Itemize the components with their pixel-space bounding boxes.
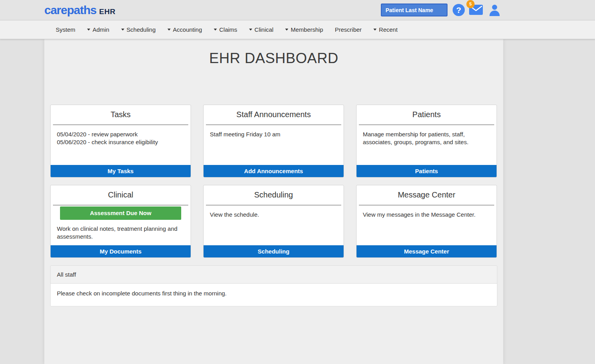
- nav-label: Accounting: [173, 26, 202, 33]
- scheduling-button[interactable]: Scheduling: [204, 245, 344, 257]
- clinical-description: Work on clinical notes, treatment planni…: [57, 225, 184, 241]
- messages-envelope-icon[interactable]: 5: [469, 4, 483, 17]
- nav-item-recent[interactable]: Recent: [368, 20, 404, 39]
- staff-announcements-card-title: Staff Announcements: [204, 105, 344, 125]
- scheduling-card-body: View the schedule.: [204, 205, 344, 245]
- unread-count-badge: 5: [466, 0, 475, 8]
- caret-down-icon: [214, 29, 217, 31]
- logo-brand-text: carepaths: [44, 4, 96, 16]
- patients-card-title: Patients: [357, 105, 497, 125]
- nav-label: Admin: [93, 26, 109, 33]
- nav-item-claims[interactable]: Claims: [208, 20, 243, 39]
- page-title: EHR DASHBOARD: [44, 50, 503, 67]
- my-tasks-button[interactable]: My Tasks: [51, 165, 191, 177]
- clinical-card: Clinical Assessment Due Now Work on clin…: [50, 185, 191, 258]
- nav-label: Prescriber: [335, 26, 362, 33]
- scheduling-card-title: Scheduling: [204, 185, 344, 205]
- nav-label: Scheduling: [127, 26, 156, 33]
- assessment-due-now-alert[interactable]: Assessment Due Now: [60, 206, 181, 220]
- help-icon[interactable]: ?: [453, 4, 465, 16]
- clinical-card-body: Assessment Due Now Work on clinical note…: [51, 205, 191, 245]
- staff-announcements-card-body: Staff meeting Friday 10 am: [204, 125, 344, 165]
- nav-label: Recent: [379, 26, 398, 33]
- nav-label: Membership: [291, 26, 323, 33]
- user-profile-icon[interactable]: [489, 4, 500, 16]
- patients-description: Manage membership for patients, staff, a…: [363, 130, 490, 146]
- caret-down-icon: [121, 29, 124, 31]
- tasks-card-body: 05/04/2020 - review paperwork 05/06/2020…: [51, 125, 191, 165]
- nav-item-membership[interactable]: Membership: [279, 20, 329, 39]
- nav-item-accounting[interactable]: Accounting: [162, 20, 208, 39]
- message-center-card-title: Message Center: [357, 185, 497, 205]
- nav-item-system[interactable]: System: [50, 20, 81, 39]
- patient-last-name-search-input[interactable]: [381, 4, 448, 16]
- carepaths-logo[interactable]: carepaths EHR: [44, 4, 115, 16]
- scheduling-card: Scheduling View the schedule. Scheduling: [203, 185, 344, 258]
- task-list-item: 05/04/2020 - review paperwork: [57, 130, 184, 138]
- patients-card: Patients Manage membership for patients,…: [356, 105, 497, 177]
- message-center-card: Message Center View my messages in the M…: [356, 185, 497, 258]
- patients-card-body: Manage membership for patients, staff, a…: [357, 125, 497, 165]
- message-center-card-body: View my messages in the Message Center.: [357, 205, 497, 245]
- logo-ehr-text: EHR: [99, 7, 116, 16]
- person-icon: [489, 4, 500, 16]
- my-documents-button[interactable]: My Documents: [51, 245, 191, 257]
- clinical-card-title: Clinical: [51, 185, 191, 205]
- add-announcements-button[interactable]: Add Announcements: [204, 165, 344, 177]
- nav-label: System: [56, 26, 75, 33]
- tasks-card: Tasks 05/04/2020 - review paperwork 05/0…: [50, 105, 191, 177]
- caret-down-icon: [249, 29, 252, 31]
- nav-label: Claims: [219, 26, 237, 33]
- caret-down-icon: [87, 29, 90, 31]
- nav-item-admin[interactable]: Admin: [81, 20, 115, 39]
- all-staff-note-panel: All staff Please check on incomplete doc…: [50, 265, 497, 306]
- caret-down-icon: [285, 29, 288, 31]
- nav-item-scheduling[interactable]: Scheduling: [115, 20, 162, 39]
- tasks-card-title: Tasks: [51, 105, 191, 125]
- task-list-item: 05/06/2020 - check insurance eligibility: [57, 138, 184, 146]
- caret-down-icon: [373, 29, 377, 31]
- nav-label: Clinical: [255, 26, 273, 33]
- message-center-description: View my messages in the Message Center.: [363, 211, 490, 219]
- staff-note-header: All staff: [51, 266, 497, 284]
- staff-announcements-card: Staff Announcements Staff meeting Friday…: [203, 105, 344, 177]
- patients-button[interactable]: Patients: [357, 165, 497, 177]
- staff-note-body: Please check on incomplete documents fir…: [51, 284, 497, 306]
- scheduling-description: View the schedule.: [210, 211, 337, 219]
- message-center-button[interactable]: Message Center: [357, 245, 497, 257]
- header-actions: ? 5: [381, 4, 595, 17]
- nav-item-clinical[interactable]: Clinical: [243, 20, 279, 39]
- dashboard-cards-grid: Tasks 05/04/2020 - review paperwork 05/0…: [50, 105, 497, 258]
- announcement-item: Staff meeting Friday 10 am: [210, 130, 337, 138]
- main-content: EHR DASHBOARD Tasks 05/04/2020 - review …: [44, 39, 503, 364]
- top-header-bar: carepaths EHR ? 5: [0, 0, 595, 20]
- main-nav-bar: System Admin Scheduling Accounting Claim…: [0, 20, 595, 39]
- nav-item-prescriber[interactable]: Prescriber: [329, 20, 368, 39]
- caret-down-icon: [167, 29, 171, 31]
